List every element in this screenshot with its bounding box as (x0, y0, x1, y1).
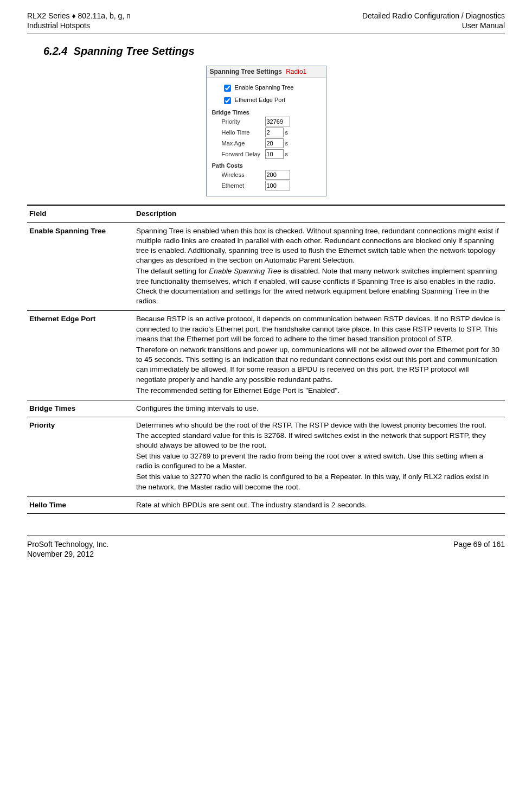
row-enable-spanning-tree-desc: Spanning Tree is enabled when this box i… (134, 222, 505, 311)
row-ethernet-edge-port-field: Ethernet Edge Port (27, 311, 134, 400)
page-footer: ProSoft Technology, Inc. November 29, 20… (27, 536, 505, 559)
ethernet-edge-port-label: Ethernet Edge Port (235, 97, 286, 104)
hello-time-label: Hello Time (222, 129, 265, 136)
ethernet-input[interactable] (265, 181, 290, 190)
prio-desc-p3: Set this value to 32770 when the radio i… (136, 472, 501, 492)
enable-spanning-tree-label: Enable Spanning Tree (235, 85, 294, 91)
col-field: Field (27, 205, 134, 222)
row-priority-desc: Determines who should be the root of the… (134, 417, 505, 497)
forward-delay-unit: s (285, 151, 289, 157)
wireless-input[interactable] (265, 170, 290, 180)
row-bridge-times-field: Bridge Times (27, 400, 134, 417)
row-hello-time-field: Hello Time (27, 496, 134, 513)
prio-desc-p2: Set this value to 32769 to prevent the r… (136, 451, 501, 471)
field-description-table: Field Description Enable Spanning Tree S… (27, 205, 505, 514)
table-row: Enable Spanning Tree Spanning Tree is en… (27, 222, 505, 311)
col-description: Description (134, 205, 505, 222)
ethernet-edge-port-checkbox[interactable] (224, 97, 231, 104)
path-costs-heading: Path Costs (212, 162, 321, 169)
section-title: Spanning Tree Settings (74, 45, 195, 57)
est-desc-p2a: The default setting for (136, 267, 209, 275)
priority-input[interactable] (265, 117, 290, 126)
est-desc-p1: Spanning Tree is enabled when this box i… (136, 226, 501, 266)
max-age-input[interactable] (265, 138, 284, 148)
ethernet-label: Ethernet (222, 182, 265, 189)
table-row: Hello Time Rate at which BPDUs are sent … (27, 496, 505, 513)
hello-time-input[interactable] (265, 128, 284, 137)
forward-delay-label: Forward Delay (222, 151, 265, 157)
row-priority-field: Priority (27, 417, 134, 497)
row-hello-time-desc: Rate at which BPDUs are sent out. The in… (134, 496, 505, 513)
page-header: RLX2 Series ♦ 802.11a, b, g, n Industria… (27, 11, 505, 34)
prio-desc-p1: Determines who should be the root of the… (136, 421, 501, 450)
section-number: 6.2.4 (43, 45, 67, 57)
footer-page-number: Page 69 of 161 (453, 539, 505, 559)
row-enable-spanning-tree-field: Enable Spanning Tree (27, 222, 134, 311)
max-age-label: Max Age (222, 140, 265, 147)
row-bridge-times-desc: Configures the timing intervals to use. (134, 400, 505, 417)
header-product: RLX2 Series ♦ 802.11a, b, g, n (27, 11, 131, 21)
est-desc-p2em: Enable Spanning Tree (209, 267, 281, 275)
bridge-times-heading: Bridge Times (212, 109, 321, 116)
panel-title: Spanning Tree Settings Radio1 (207, 66, 326, 78)
hello-time-unit: s (285, 129, 289, 136)
header-product-sub: Industrial Hotspots (27, 21, 131, 30)
wireless-label: Wireless (222, 171, 265, 178)
table-row: Priority Determines who should be the ro… (27, 417, 505, 497)
eep-desc-p1: Because RSTP is an active protocol, it d… (136, 314, 501, 344)
row-ethernet-edge-port-desc: Because RSTP is an active protocol, it d… (134, 311, 505, 400)
footer-company: ProSoft Technology, Inc. (27, 539, 108, 549)
header-doc-section: Detailed Radio Configuration / Diagnosti… (362, 11, 505, 21)
priority-label: Priority (222, 118, 265, 125)
forward-delay-input[interactable] (265, 149, 284, 159)
footer-date: November 29, 2012 (27, 549, 108, 559)
table-row: Bridge Times Configures the timing inter… (27, 400, 505, 417)
panel-title-text: Spanning Tree Settings (210, 68, 282, 75)
eep-desc-p2: Therefore on network transitions and pow… (136, 345, 501, 385)
section-heading: 6.2.4 Spanning Tree Settings (43, 45, 505, 58)
header-doc-type: User Manual (362, 21, 505, 30)
enable-spanning-tree-checkbox[interactable] (224, 85, 231, 92)
panel-radio-tag: Radio1 (286, 68, 306, 75)
max-age-unit: s (285, 140, 289, 147)
eep-desc-p3: The recommended setting for Ethernet Edg… (136, 386, 501, 396)
spanning-tree-panel: Spanning Tree Settings Radio1 Enable Spa… (206, 66, 326, 196)
est-desc-p2: The default setting for Enable Spanning … (136, 266, 501, 306)
table-row: Ethernet Edge Port Because RSTP is an ac… (27, 311, 505, 400)
